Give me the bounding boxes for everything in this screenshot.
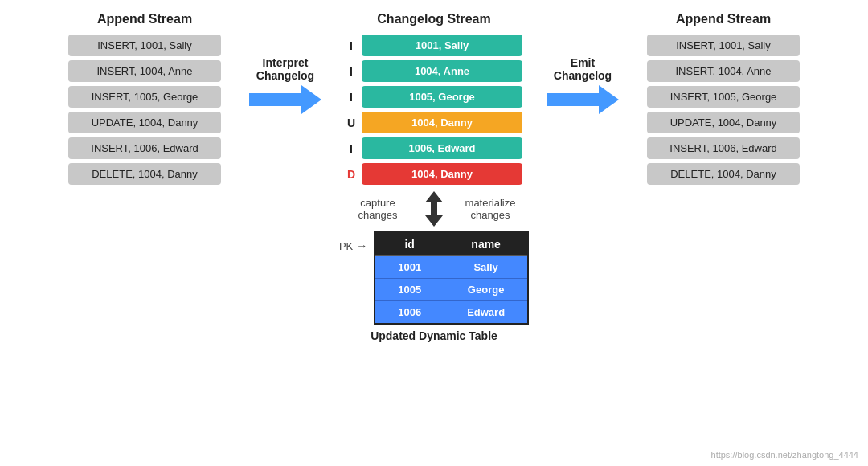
pk-text: PK	[339, 240, 353, 252]
list-item: INSERT, 1004, Anne	[647, 60, 800, 82]
table-caption: Updated Dynamic Table	[371, 329, 497, 342]
right-append-items: INSERT, 1001, Sally INSERT, 1004, Anne I…	[647, 35, 800, 185]
list-item: INSERT, 1005, George	[68, 86, 221, 108]
table-cell-id-0: 1001	[375, 256, 444, 279]
list-item: DELETE, 1004, Danny	[647, 163, 800, 185]
changelog-type-i1: I	[346, 39, 357, 52]
table-cell-name-2: Edward	[444, 301, 528, 325]
table-area: PK → id name 1001 Sally 1005	[339, 231, 529, 325]
list-item: INSERT, 1006, Edward	[647, 137, 800, 159]
list-item: INSERT, 1001, Sally	[647, 35, 800, 56]
list-item: I 1004, Anne	[346, 60, 522, 82]
list-item: UPDATE, 1004, Danny	[68, 112, 221, 133]
table-header-id: id	[375, 232, 444, 256]
table-row: 1006 Edward	[375, 301, 528, 325]
left-append-items: INSERT, 1001, Sally INSERT, 1004, Anne I…	[68, 35, 221, 185]
double-arrow-area: capture changes materialize changes	[342, 191, 526, 227]
left-append-title: Append Stream	[97, 12, 192, 27]
emit-arrow	[547, 85, 619, 114]
table-header-name: name	[444, 232, 528, 256]
capture-label: capture changes	[342, 197, 414, 221]
changelog-entry: 1001, Sally	[362, 35, 522, 56]
list-item: INSERT, 1005, George	[647, 86, 800, 108]
changelog-title: Changelog Stream	[377, 12, 490, 27]
right-append-stream: Append Stream INSERT, 1001, Sally INSERT…	[635, 12, 812, 185]
svg-marker-0	[249, 85, 321, 114]
left-append-stream: Append Stream INSERT, 1001, Sally INSERT…	[56, 12, 233, 185]
interpret-changelog-area: Interpret Changelog	[233, 12, 338, 114]
changelog-type-i4: I	[346, 142, 357, 155]
top-row: Append Stream INSERT, 1001, Sally INSERT…	[0, 12, 868, 185]
list-item: INSERT, 1001, Sally	[68, 35, 221, 56]
table-cell-name-1: George	[444, 279, 528, 301]
list-item: I 1005, George	[346, 86, 522, 108]
list-item: U 1004, Danny	[346, 112, 522, 133]
table-cell-id-2: 1006	[375, 301, 444, 325]
svg-marker-1	[547, 85, 619, 114]
list-item: INSERT, 1006, Edward	[68, 137, 221, 159]
list-item: D 1004, Danny	[346, 163, 522, 185]
changelog-items: I 1001, Sally I 1004, Anne I 1005, Georg…	[346, 35, 522, 185]
materialize-label: materialize changes	[454, 197, 526, 221]
svg-marker-2	[425, 191, 443, 209]
main-container: Append Stream INSERT, 1001, Sally INSERT…	[0, 0, 868, 466]
changelog-entry: 1005, George	[362, 86, 522, 108]
emit-label: Emit Changelog	[554, 56, 612, 82]
list-item: DELETE, 1004, Danny	[68, 163, 221, 185]
changelog-stream: Changelog Stream I 1001, Sally I 1004, A…	[338, 12, 530, 185]
right-append-title: Append Stream	[676, 12, 771, 27]
changelog-entry: 1004, Danny	[362, 163, 522, 185]
double-arrow-icon	[422, 191, 446, 227]
table-row: 1005 George	[375, 279, 528, 301]
changelog-entry: 1004, Danny	[362, 112, 522, 133]
bottom-section: capture changes materialize changes PK →	[0, 191, 868, 342]
list-item: UPDATE, 1004, Danny	[647, 112, 800, 133]
table-cell-name-0: Sally	[444, 256, 528, 279]
watermark: https://blog.csdn.net/zhangtong_4444	[711, 450, 858, 460]
list-item: I 1001, Sally	[346, 35, 522, 56]
changelog-type-i3: I	[346, 91, 357, 104]
pk-label: PK →	[339, 239, 367, 252]
changelog-type-u: U	[346, 117, 357, 129]
changelog-type-i2: I	[346, 65, 357, 78]
emit-changelog-area: Emit Changelog	[530, 12, 635, 114]
changelog-entry: 1006, Edward	[362, 137, 522, 159]
pk-arrow-icon: →	[356, 239, 367, 252]
changelog-entry: 1004, Anne	[362, 60, 522, 82]
changelog-type-d: D	[346, 168, 357, 181]
table-row: 1001 Sally	[375, 256, 528, 279]
table-cell-id-1: 1005	[375, 279, 444, 301]
dynamic-table: id name 1001 Sally 1005 George 1006	[374, 231, 529, 325]
interpret-arrow	[249, 85, 321, 114]
svg-marker-3	[425, 209, 443, 227]
list-item: I 1006, Edward	[346, 137, 522, 159]
interpret-label: Interpret Changelog	[256, 56, 314, 82]
list-item: INSERT, 1004, Anne	[68, 60, 221, 82]
